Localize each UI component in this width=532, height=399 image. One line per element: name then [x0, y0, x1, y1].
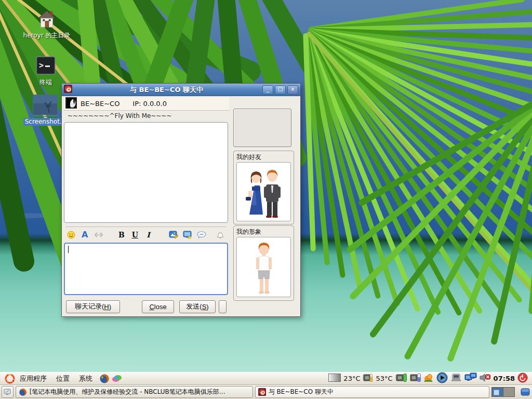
fan-chip-icon[interactable] — [409, 373, 421, 384]
send-options-button[interactable] — [219, 300, 227, 313]
emoticon-icon[interactable] — [67, 230, 76, 240]
text-caret — [68, 246, 69, 253]
divider — [66, 227, 226, 227]
gpu-temp-chip-icon[interactable] — [395, 373, 407, 384]
screenshot-thumbnail-icon — [33, 95, 58, 117]
gpu-temp-label: 53°C — [376, 375, 392, 382]
self-avatar-group: 我的形象 — [233, 225, 294, 301]
nudge-bell-icon[interactable] — [216, 230, 225, 240]
window-title: 与 BE~BE~CO 聊天中 — [72, 85, 261, 95]
task-button-firefox[interactable]: [笔记本电脑使用、维护及保修经验交流 - NBCLUB笔记本电脑俱乐部… — [16, 386, 253, 398]
power-button-icon[interactable] — [517, 373, 528, 384]
window-avatar-icon — [64, 85, 72, 95]
desktop-icon-terminal[interactable]: > 终端 — [17, 55, 74, 86]
desktop: { "colors": { "titlebar_blue": "#4C7DB8"… — [0, 0, 532, 399]
task-title: 与 BE~BE~CO 聊天中 — [269, 388, 334, 396]
workspace-2[interactable] — [503, 388, 514, 396]
peer-ip: IP: 0.0.0.0 — [132, 100, 167, 108]
self-avatar-label: 我的形象 — [236, 228, 291, 236]
font-icon[interactable]: A — [81, 230, 89, 240]
chat-window-titlebar[interactable]: 与 BE~BE~CO 聊天中 _ □ × — [62, 84, 300, 96]
network-monitors-icon[interactable] — [464, 373, 477, 384]
chat-history-area[interactable] — [64, 122, 228, 223]
self-avatar-image[interactable] — [236, 237, 291, 297]
chat-avatar-icon — [258, 388, 266, 396]
task-title: [笔记本电脑使用、维护及保修经验交流 - NBCLUB笔记本电脑俱乐部… — [30, 388, 225, 396]
volume-muted-icon[interactable] — [480, 373, 491, 384]
close-chat-button[interactable]: Close — [142, 300, 174, 313]
peer-info-strip: BE~BE~CO IP: 0.0.0.0 — [64, 97, 229, 111]
cpu-temp-chip-icon[interactable] — [363, 373, 373, 384]
task-button-chat[interactable]: 与 BE~BE~CO 聊天中 — [255, 386, 489, 398]
chat-app-launcher-icon[interactable] — [112, 374, 122, 384]
distro-logo-icon[interactable] — [5, 374, 15, 384]
menu-system[interactable]: 系统 — [74, 374, 97, 383]
couple-avatar-illustration — [239, 164, 288, 220]
send-image-icon[interactable] — [169, 230, 178, 240]
underline-button[interactable]: U — [130, 230, 139, 240]
monitor-gradient-applet[interactable] — [328, 374, 341, 383]
bold-button[interactable]: B — [117, 230, 126, 240]
trash-applet-icon[interactable] — [520, 387, 530, 398]
minimize-button[interactable]: _ — [262, 85, 273, 95]
friends-image[interactable] — [236, 162, 291, 221]
clock-applet[interactable]: 07:58 — [494, 375, 515, 382]
friends-group: 我的好友 — [233, 151, 294, 224]
message-input[interactable] — [64, 243, 228, 295]
chat-mode-bubble-icon[interactable] — [197, 230, 206, 240]
history-button[interactable]: 聊天记录(H) — [66, 300, 120, 313]
chat-button-row: 聊天记录(H) Close 发送(S) — [64, 300, 228, 313]
italic-button[interactable]: I — [144, 230, 153, 240]
menu-applications[interactable]: 应用程序 — [15, 374, 51, 383]
tray-applet-icon[interactable] — [423, 373, 434, 384]
desktop-icon-home[interactable]: heroyr 的主目录 — [18, 9, 75, 39]
gnome-menu-panel: 应用程序 位置 系统 23°C — [0, 372, 532, 385]
self-avatar-illustration — [246, 238, 282, 296]
maximize-button[interactable]: □ — [275, 85, 286, 95]
show-desktop-icon — [4, 389, 11, 395]
window-list-panel: [笔记本电脑使用、维护及保修经验交流 - NBCLUB笔记本电脑俱乐部… 与 B… — [0, 385, 532, 399]
peer-signature: ~~~~~~~~^Fly With Me~~~~ — [64, 112, 229, 121]
terminal-icon: > — [35, 55, 56, 77]
peer-name: BE~BE~CO — [81, 100, 119, 108]
screen-capture-icon[interactable] — [183, 230, 192, 240]
home-icon — [37, 9, 57, 31]
system-tray: 23°C 53°C — [328, 372, 529, 385]
close-button[interactable]: × — [287, 85, 298, 95]
send-button[interactable]: 发送(S) — [179, 300, 216, 313]
show-desktop-button[interactable] — [2, 386, 14, 398]
media-player-icon[interactable] — [436, 372, 448, 385]
menu-places[interactable]: 位置 — [51, 374, 74, 383]
firefox-icon — [19, 388, 27, 396]
chat-window: 与 BE~BE~CO 聊天中 _ □ × BE~BE~CO IP: 0.0.0.… — [61, 83, 301, 317]
laptop-icon[interactable] — [450, 374, 462, 383]
link-icon[interactable] — [94, 230, 103, 240]
desktop-icon-label: heroyr 的主目录 — [18, 32, 75, 39]
svg-text:>: > — [39, 61, 44, 70]
workspace-1[interactable] — [492, 388, 503, 396]
chat-toolbar: A B U I — [64, 228, 228, 241]
workspace-window-miniature — [494, 390, 499, 395]
peer-avatar[interactable] — [65, 97, 77, 110]
workspace-switcher — [491, 387, 515, 397]
firefox-launcher-icon[interactable] — [99, 374, 110, 384]
friends-label: 我的好友 — [236, 153, 291, 161]
desktop-icon-label: Screenshot.p — [23, 118, 68, 126]
video-preview-box — [233, 109, 291, 147]
cpu-temp-label: 23°C — [343, 375, 360, 382]
